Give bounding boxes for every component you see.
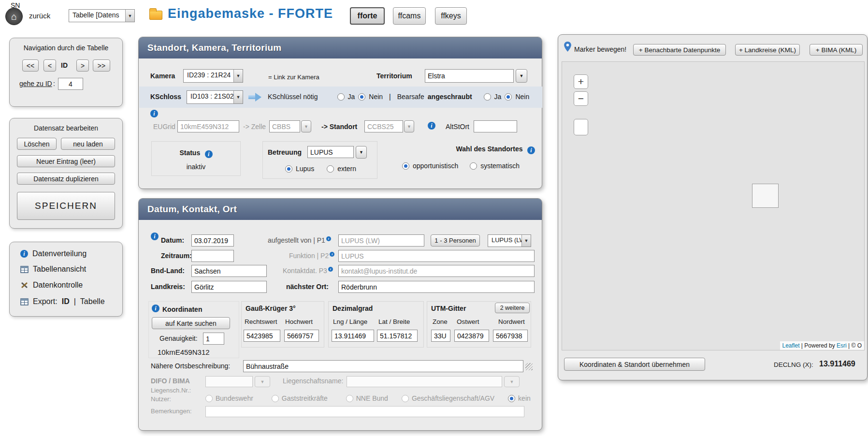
duplicate-button[interactable]: Datensatz duplizieren: [17, 173, 115, 185]
tab-ffkeys[interactable]: ffkeys: [435, 7, 467, 25]
betreuung-lupus-radio[interactable]: [285, 165, 292, 173]
rechtswert-input[interactable]: [244, 330, 280, 342]
utm-col2-label: Ostwert: [457, 318, 479, 325]
utm-ostwert-input[interactable]: [454, 330, 489, 342]
goto-id-input[interactable]: [58, 78, 83, 90]
genauigkeit-label: Genauigkeit:: [159, 334, 198, 342]
betreuung-extern-radio[interactable]: [327, 165, 334, 173]
table-select-value: Tabelle [Datens: [69, 10, 125, 22]
genauigkeit-input[interactable]: [203, 333, 224, 345]
attribution-text: | Powered by: [800, 342, 837, 349]
nav-next-button[interactable]: >: [76, 59, 89, 72]
tab-ffcams[interactable]: ffcams: [393, 7, 426, 25]
status-info-icon[interactable]: [205, 150, 213, 158]
betreuung-extern-label: extern: [337, 165, 356, 173]
bima-kml-button[interactable]: + BIMA (KML): [810, 44, 863, 56]
standort-input[interactable]: [364, 120, 403, 132]
bearsafe-nein-radio[interactable]: [505, 93, 512, 101]
koordinaten-info-icon[interactable]: [152, 305, 159, 312]
naechster-ort-input[interactable]: [338, 281, 535, 293]
zoom-in-button[interactable]: +: [574, 74, 588, 89]
home-button[interactable]: ⌂: [5, 8, 23, 25]
kamera-select-value: ID239 : 21R24: [184, 70, 233, 82]
kamera-link-note: = Link zur Kamera: [268, 73, 319, 81]
new-entry-button[interactable]: Neuer Eintrag (leer): [17, 155, 115, 167]
map-canvas[interactable]: + − Leaflet | Powered by Esri | © O: [562, 61, 865, 350]
save-button[interactable]: SPEICHERN: [17, 192, 115, 220]
back-link[interactable]: zurück: [29, 12, 50, 20]
zeitraum-input[interactable]: [191, 250, 234, 262]
lat-input[interactable]: [377, 330, 418, 342]
hochwert-input[interactable]: [284, 330, 319, 342]
ortsbeschreibung-input[interactable]: [243, 360, 523, 372]
altstort-label: AltStOrt: [446, 123, 469, 131]
betreuung-dropdown-button[interactable]: ▼: [356, 146, 367, 159]
nutzer-nne-label: NNE Bund: [356, 394, 388, 402]
standort-info-icon[interactable]: [428, 122, 435, 130]
resize-grip[interactable]: [525, 363, 533, 370]
territorium-input[interactable]: [425, 69, 514, 83]
link-datenkontrolle[interactable]: Datenkontrolle: [20, 281, 83, 290]
datum-info-icon[interactable]: [151, 233, 159, 240]
landkreise-kml-button[interactable]: + Landkreise (KML): [735, 44, 800, 56]
kschloss-info-icon[interactable]: [150, 110, 158, 117]
leaflet-link[interactable]: Leaflet: [782, 342, 800, 349]
tools-icon: [20, 281, 29, 289]
zelle-dropdown-button[interactable]: ▼: [301, 120, 311, 132]
table-icon: [20, 298, 29, 305]
personen-button[interactable]: 1 - 3 Personen: [431, 234, 480, 247]
kschluessel-ja-radio[interactable]: [337, 93, 345, 101]
info-icon[interactable]: [330, 252, 334, 257]
wahl-systematisch-radio[interactable]: [470, 162, 477, 170]
tab-fforte[interactable]: fforte: [350, 7, 385, 25]
table-select[interactable]: Tabelle [Datens ▼: [69, 9, 135, 22]
wahl-info-icon[interactable]: [527, 146, 535, 154]
kschloss-select[interactable]: ID103 : 21S02 ▼: [187, 90, 243, 104]
liegensch-nr-label: Liegensch.Nr.:: [151, 387, 191, 394]
esri-link[interactable]: Esri: [837, 342, 847, 349]
bndland-input[interactable]: [191, 265, 267, 277]
goto-id-label[interactable]: gehe zu ID: [19, 80, 52, 87]
datum-input[interactable]: [191, 234, 234, 247]
p1-select[interactable]: LUPUS (LW ▼: [488, 234, 531, 247]
landkreis-input[interactable]: [191, 281, 267, 293]
map-search-button[interactable]: auf Karte suchen: [152, 317, 230, 329]
reload-button[interactable]: neu laden: [61, 138, 115, 150]
export-table-link[interactable]: Tabelle: [80, 297, 105, 306]
bearsafe-ja-radio[interactable]: [484, 93, 491, 101]
zoom-out-button[interactable]: −: [574, 91, 588, 106]
p2-input[interactable]: [338, 250, 535, 262]
standort-dropdown-button[interactable]: ▼: [404, 120, 414, 132]
benachbarte-datenpunkte-button[interactable]: + Benachbarte Datenpunkte: [633, 44, 726, 56]
link-tabellenansicht[interactable]: Tabellenansicht: [20, 265, 86, 274]
p3-input[interactable]: [338, 265, 535, 277]
info-icon[interactable]: [328, 267, 333, 272]
nav-first-button[interactable]: <<: [22, 59, 39, 72]
apply-coordinates-button[interactable]: Koordinaten & Standort übernehmen: [564, 358, 705, 371]
wahl-label: Wahl des Standortes: [456, 145, 523, 153]
altstort-input[interactable]: [474, 120, 517, 132]
p1-input[interactable]: [338, 234, 424, 247]
wahl-opportunistisch-radio[interactable]: [402, 162, 409, 170]
lng-input[interactable]: [332, 330, 374, 342]
link-datenverteilung[interactable]: Datenverteilung: [20, 249, 87, 258]
export-id-link[interactable]: ID: [62, 297, 70, 306]
nav-last-button[interactable]: >>: [93, 59, 110, 72]
utm-zone-input[interactable]: [431, 330, 450, 342]
kschloss-arrow-icon[interactable]: [248, 93, 262, 102]
territorium-dropdown-button[interactable]: ▼: [516, 69, 527, 83]
delete-button[interactable]: Löschen: [17, 138, 57, 150]
status-label: Status: [179, 149, 200, 157]
betreuung-input[interactable]: [307, 146, 354, 158]
kamera-select[interactable]: ID239 : 21R24 ▼: [183, 69, 243, 83]
utm-col3-label: Nordwert: [498, 318, 525, 325]
utm-nordwert-input[interactable]: [493, 330, 528, 342]
nav-prev-button[interactable]: <: [43, 59, 56, 72]
navigation-title: Navigation durch die Tabelle: [10, 44, 122, 52]
info-icon[interactable]: [326, 236, 331, 241]
zelle-input[interactable]: [269, 120, 300, 132]
grid-ref-text: 10kmE459N312: [158, 348, 210, 356]
map-control-button[interactable]: [574, 119, 588, 135]
utm-more-button[interactable]: 2 weitere: [495, 303, 530, 313]
kschluessel-nein-radio[interactable]: [358, 93, 365, 101]
